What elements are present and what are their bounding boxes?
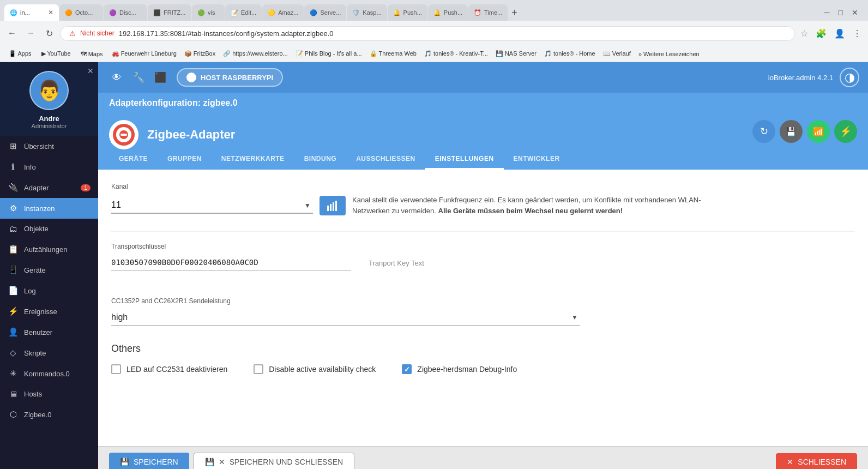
sidebar-item-log[interactable]: 📄 Log [0, 280, 98, 301]
tab-devices[interactable]: GERÄTE [109, 149, 158, 170]
browser-tab-10[interactable]: 🔔 Push... [388, 4, 427, 21]
tab-favicon-5: 🟢 [197, 9, 205, 16]
bookmark-star-btn[interactable]: ☆ [798, 28, 810, 39]
browser-tab-8[interactable]: 🔵 Serve... [304, 4, 346, 21]
browser-tab-7[interactable]: 🟡 Amaz... [262, 4, 304, 21]
save-close-x-icon: ✕ [219, 458, 225, 466]
led-checkbox-item[interactable]: LED auf CC2531 deaktivieren [111, 364, 227, 374]
channel-select[interactable]: 11 12 13 14 15 [111, 197, 313, 214]
bookmark-tonies2[interactable]: 🎵 tonies® - Home [541, 49, 599, 58]
bookmark-threema[interactable]: 🔒 Threema Web [366, 49, 420, 58]
bookmark-maps[interactable]: 🗺 Maps [76, 50, 107, 58]
close-sidebar-btn[interactable]: ✕ [87, 67, 94, 75]
debug-checkbox-item[interactable]: ✓ Zigbee-herdsman Debug-Info [402, 364, 517, 374]
forward-btn[interactable]: → [23, 26, 38, 41]
sidebar-item-hosts[interactable]: 🖥 Hosts [0, 384, 98, 404]
sidebar-label-commands: Kommandos.0 [24, 370, 70, 378]
minimize-btn[interactable]: ─ [821, 8, 833, 17]
sidebar-item-info[interactable]: ℹ Info [0, 157, 98, 177]
tab-settings[interactable]: EINSTELLUNGEN [425, 149, 504, 170]
bookmark-fritzbox[interactable]: 📦 FritzBox [181, 49, 219, 58]
bookmarks-bar: 📱 Apps ▶ YouTube 🗺 Maps 🚒 Feuerwehr Lüne… [0, 46, 868, 62]
enums-icon: 📋 [8, 244, 19, 254]
reload-btn[interactable]: ↻ [41, 26, 57, 41]
channel-signal-btn[interactable] [320, 196, 346, 215]
browser-tab-5[interactable]: 🟢 vis [192, 4, 225, 21]
host-pill[interactable]: HOST RASPBERRYPI [177, 68, 283, 87]
logout-btn[interactable]: ⬛ [150, 68, 170, 87]
tab-developer[interactable]: ENTWICKLER [504, 149, 570, 170]
bookmark-tonies1[interactable]: 🎵 tonies® - Kreativ-T... [421, 49, 491, 58]
profile-btn[interactable]: 👤 [832, 28, 847, 39]
tab-title-10: Push... [403, 9, 422, 16]
led-checkbox[interactable] [111, 364, 121, 374]
power-select[interactable]: high medium low [111, 309, 580, 326]
transport-row: Tranport Key Text [111, 255, 855, 270]
debug-checkbox[interactable]: ✓ [402, 364, 412, 374]
sidebar-item-scripts[interactable]: ◇ Skripte [0, 342, 98, 363]
theme-toggle-btn[interactable]: ◑ [840, 68, 859, 87]
tab-binding[interactable]: BINDUNG [294, 149, 347, 170]
tab-title: in... [20, 9, 45, 16]
visibility-btn[interactable]: 👁 [107, 68, 126, 87]
tab-close-btn[interactable]: ✕ [48, 9, 53, 16]
sidebar-item-users[interactable]: 👤 Benutzer [0, 322, 98, 342]
sidebar-item-devices[interactable]: 📱 Geräte [0, 260, 98, 280]
bookmark-verlauf[interactable]: 📖 Verlauf [600, 49, 634, 58]
bookmark-apps[interactable]: 📱 Apps [4, 49, 36, 58]
tab-favicon-3: 🟣 [109, 9, 117, 16]
tab-bar: 🌐 in... ✕ 🟠 Octo... 🟣 Disc... ⬛ FRITZ...… [0, 0, 868, 21]
browser-tab-6[interactable]: 📝 Edit... [225, 4, 262, 21]
browser-tab-12[interactable]: ⏰ Time... [468, 4, 508, 21]
power-section: CC1352P and CC26X2R1 Sendeleistung high … [111, 297, 855, 326]
browser-tab-active[interactable]: 🌐 in... ✕ [4, 4, 59, 21]
save-button[interactable]: 💾 SPEICHERN [109, 453, 189, 470]
sidebar-item-zigbee[interactable]: ⬡ Zigbee.0 [0, 404, 98, 425]
window-controls: ─ □ ✕ [821, 8, 864, 17]
sidebar-item-overview[interactable]: ⊞ Übersicht [0, 136, 98, 157]
tab-exclude[interactable]: AUSSCHLIESSEN [346, 149, 425, 170]
avail-checkbox-item[interactable]: Disable active availability check [254, 364, 376, 374]
browser-tab-9[interactable]: 🛡️ Kasp... [347, 4, 387, 21]
sidebar-item-objects[interactable]: 🗂 Objekte [0, 219, 98, 239]
browser-tab-4[interactable]: ⬛ FRITZ... [148, 4, 191, 21]
transport-section: Transportschlüssel Tranport Key Text [111, 243, 855, 270]
browser-tab-2[interactable]: 🟠 Octo... [59, 4, 103, 21]
sidebar-item-enums[interactable]: 📋 Aufzählungen [0, 239, 98, 260]
new-tab-button[interactable]: + [508, 8, 521, 17]
refresh-adapter-btn[interactable]: ↻ [752, 120, 775, 143]
save-close-button[interactable]: 💾 ✕ SPEICHERN UND SCHLIESSEN [194, 453, 355, 470]
bookmark-elstero[interactable]: 🔗 https://www.elstero... [220, 49, 291, 58]
back-btn[interactable]: ← [4, 26, 20, 41]
avail-checkbox[interactable] [254, 364, 263, 374]
security-warning-text: Nicht sicher [80, 29, 114, 37]
svg-rect-5 [330, 204, 331, 211]
save-adapter-btn[interactable]: 💾 [780, 120, 803, 143]
tab-title-6: Edit... [241, 9, 256, 16]
wifi-adapter-btn[interactable]: 📶 [807, 120, 830, 143]
browser-tab-11[interactable]: 🔔 Push... [428, 4, 468, 21]
close-button[interactable]: ✕ SCHLIESSEN [776, 453, 857, 470]
address-bar[interactable]: ⚠ Nicht sicher 192.168.171.35:8081/#tab-… [60, 26, 795, 41]
sidebar-item-events[interactable]: ⚡ Ereignisse [0, 301, 98, 322]
extensions-btn[interactable]: 🧩 [813, 28, 829, 39]
save-label: SPEICHERN [134, 458, 178, 466]
tab-network[interactable]: NETZWERKKARTE [212, 149, 294, 170]
menu-btn[interactable]: ⋮ [851, 28, 864, 39]
bookmark-youtube[interactable]: ▶ YouTube [37, 49, 75, 58]
sidebar-item-adapter[interactable]: 🔌 Adapter 1 [0, 177, 98, 198]
sidebar-item-instances[interactable]: ⚙ Instanzen [0, 198, 98, 219]
bookmark-nas[interactable]: 💾 NAS Server [492, 49, 540, 58]
maximize-btn[interactable]: □ [835, 8, 846, 17]
sidebar-item-commands[interactable]: ✳ Kommandos.0 [0, 363, 98, 384]
bookmark-more[interactable]: » Weitere Lesezeichen [635, 50, 703, 58]
bookmark-phils[interactable]: 📝 Phils Blog - It's all a... [292, 49, 365, 58]
transport-input[interactable] [111, 255, 351, 270]
sidebar: 👨 Andre Administrator ✕ ⊞ Übersicht ℹ In… [0, 62, 98, 469]
settings-wrench-btn[interactable]: 🔧 [129, 68, 148, 87]
tab-groups[interactable]: GRUPPEN [158, 149, 212, 170]
power-adapter-btn[interactable]: ⚡ [834, 120, 857, 143]
bookmark-feuerwehr[interactable]: 🚒 Feuerwehr Lüneburg [108, 49, 180, 58]
browser-tab-3[interactable]: 🟣 Disc... [104, 4, 147, 21]
close-window-btn[interactable]: ✕ [848, 8, 861, 17]
